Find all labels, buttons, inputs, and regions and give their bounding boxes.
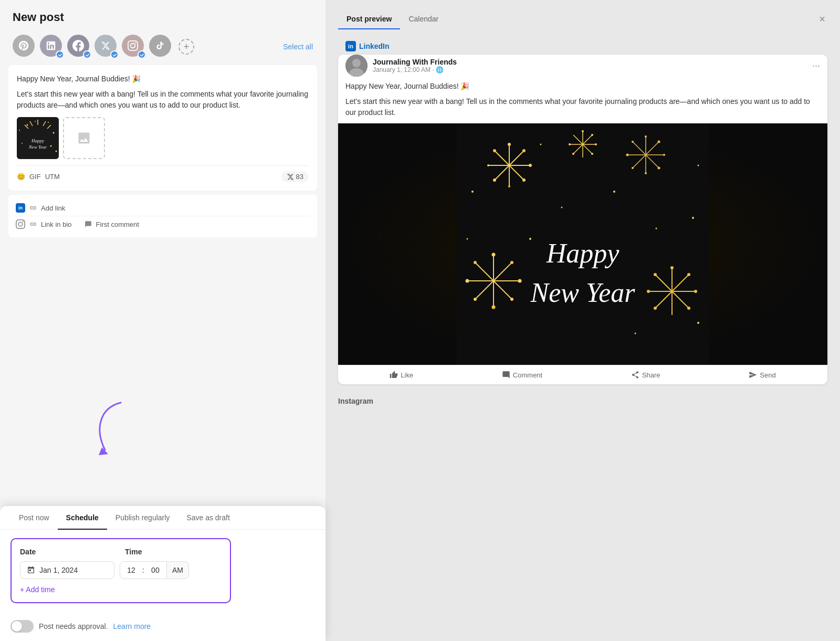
- svg-point-106: [467, 238, 468, 240]
- time-hour[interactable]: 12: [120, 562, 142, 579]
- check-badge-twitter: [110, 50, 119, 59]
- learn-more-link[interactable]: Learn more: [113, 622, 151, 631]
- svg-point-95: [654, 307, 657, 310]
- like-label: Like: [401, 371, 413, 379]
- svg-point-105: [529, 238, 531, 240]
- time-minute[interactable]: 00: [144, 562, 166, 579]
- svg-point-92: [687, 273, 690, 276]
- datetime-box: Date Time Jan 1, 2024 12 : 00 AM + Add: [10, 538, 231, 603]
- linkedin-preview-card: Journaling With Friends January 1, 12:00…: [338, 55, 827, 384]
- post-preview-text-1: Happy New Year, Journal Buddies! 🎉 Let's…: [338, 81, 827, 123]
- svg-point-76: [510, 261, 513, 264]
- linkedin-small-icon: in: [16, 203, 25, 213]
- svg-point-52: [632, 141, 634, 143]
- platform-twitter[interactable]: [94, 35, 119, 59]
- right-header: Post preview Calendar ×: [326, 0, 840, 29]
- action-send[interactable]: Send: [749, 371, 775, 379]
- datetime-inputs: Jan 1, 2024 12 : 00 AM: [20, 561, 222, 579]
- post-meta: Journaling With Friends January 1, 12:00…: [338, 55, 827, 81]
- twitter-count: 83: [281, 171, 309, 182]
- svg-point-31: [529, 164, 532, 167]
- post-image-placeholder[interactable]: [63, 117, 105, 159]
- datetime-labels: Date Time: [20, 548, 222, 556]
- approval-toggle[interactable]: [10, 620, 34, 633]
- approval-text: Post needs approval.: [39, 622, 108, 631]
- svg-point-5: [50, 145, 52, 147]
- platform-avatar-tiktok: [149, 35, 171, 57]
- action-comment[interactable]: Comment: [502, 371, 542, 379]
- svg-text:Happy: Happy: [31, 138, 44, 143]
- platform-pinterest[interactable]: [13, 35, 37, 59]
- svg-point-51: [626, 154, 629, 156]
- image-row: Happy New Year: [17, 117, 309, 159]
- svg-point-82: [474, 261, 477, 264]
- svg-point-101: [698, 165, 699, 166]
- time-ampm[interactable]: AM: [166, 562, 188, 579]
- svg-point-81: [466, 279, 469, 283]
- svg-point-1: [27, 124, 28, 126]
- tab-post-preview[interactable]: Post preview: [338, 8, 400, 29]
- time-input-group: 12 : 00 AM: [120, 561, 189, 579]
- preview-text-line1: Happy New Year, Journal Buddies! 🎉: [345, 81, 820, 92]
- right-tabs: Post preview Calendar: [338, 8, 447, 29]
- utm-button[interactable]: UTM: [45, 173, 60, 181]
- tab-publish-regularly[interactable]: Publish regularly: [107, 506, 178, 529]
- twitter-char-count: 83: [296, 173, 303, 181]
- svg-point-96: [647, 290, 650, 293]
- svg-point-33: [508, 185, 510, 187]
- first-comment-label[interactable]: First comment: [96, 220, 139, 228]
- add-time-button[interactable]: + Add time: [20, 585, 55, 594]
- link-in-bio-label[interactable]: Link in bio: [41, 220, 72, 228]
- action-like[interactable]: Like: [390, 371, 413, 379]
- post-date: January 1, 12:00 AM · 🌐: [373, 66, 807, 73]
- linkedin-platform-label: in LinkedIn: [338, 38, 827, 55]
- platform-linkedin[interactable]: [40, 35, 64, 59]
- check-badge-linkedin: [56, 50, 64, 59]
- emoji-button[interactable]: 😊: [17, 173, 25, 181]
- panel-header: New post: [0, 0, 326, 30]
- toggle-knob: [12, 621, 22, 632]
- schedule-panel: Post now Schedule Publish regularly Save…: [0, 506, 326, 641]
- svg-point-8: [19, 130, 20, 131]
- post-text: Happy New Year, Journal Buddies! 🎉 Let's…: [17, 73, 309, 111]
- svg-point-75: [492, 253, 496, 257]
- gif-button[interactable]: GIF: [29, 173, 41, 181]
- date-value: Jan 1, 2024: [39, 566, 78, 574]
- linkedin-icon: in: [345, 41, 356, 51]
- more-options-button[interactable]: ···: [812, 60, 820, 71]
- add-platform-button[interactable]: +: [178, 39, 194, 55]
- svg-point-66: [569, 143, 571, 145]
- author-name: Journaling With Friends: [373, 58, 807, 66]
- action-share[interactable]: Share: [631, 371, 660, 379]
- svg-point-91: [670, 266, 674, 269]
- svg-point-99: [540, 144, 542, 145]
- platform-instagram[interactable]: [122, 35, 146, 59]
- post-image-thumb[interactable]: Happy New Year: [17, 117, 59, 159]
- platform-facebook[interactable]: [67, 35, 91, 59]
- svg-point-36: [493, 149, 496, 152]
- svg-point-50: [632, 167, 634, 169]
- svg-text:New Year: New Year: [530, 278, 636, 308]
- select-all-button[interactable]: Select all: [283, 43, 313, 51]
- tab-save-as-draft[interactable]: Save as draft: [178, 506, 238, 529]
- linkedin-label: LinkedIn: [359, 42, 390, 50]
- instagram-link-row: Link in bio First comment: [16, 216, 310, 232]
- svg-point-2: [48, 122, 49, 123]
- tab-schedule[interactable]: Schedule: [58, 506, 107, 529]
- svg-point-104: [656, 228, 657, 229]
- date-label: Date: [20, 548, 125, 556]
- svg-point-79: [492, 306, 496, 309]
- svg-point-64: [591, 153, 593, 155]
- preview-content: in LinkedIn Journaling With Friends Janu…: [326, 29, 840, 641]
- preview-text-line2: Let's start this new year with a bang! T…: [345, 96, 820, 118]
- add-link-label[interactable]: Add link: [41, 204, 65, 212]
- platform-tiktok[interactable]: [149, 35, 173, 59]
- platform-avatar-pinterest: [13, 35, 35, 57]
- tab-calendar[interactable]: Calendar: [400, 8, 447, 29]
- close-button[interactable]: ×: [817, 11, 827, 27]
- svg-point-102: [561, 207, 563, 208]
- date-input[interactable]: Jan 1, 2024: [20, 561, 114, 579]
- post-preview-image: Happy New Year: [338, 123, 827, 365]
- tab-post-now[interactable]: Post now: [10, 506, 58, 529]
- svg-text:New Year: New Year: [28, 144, 47, 150]
